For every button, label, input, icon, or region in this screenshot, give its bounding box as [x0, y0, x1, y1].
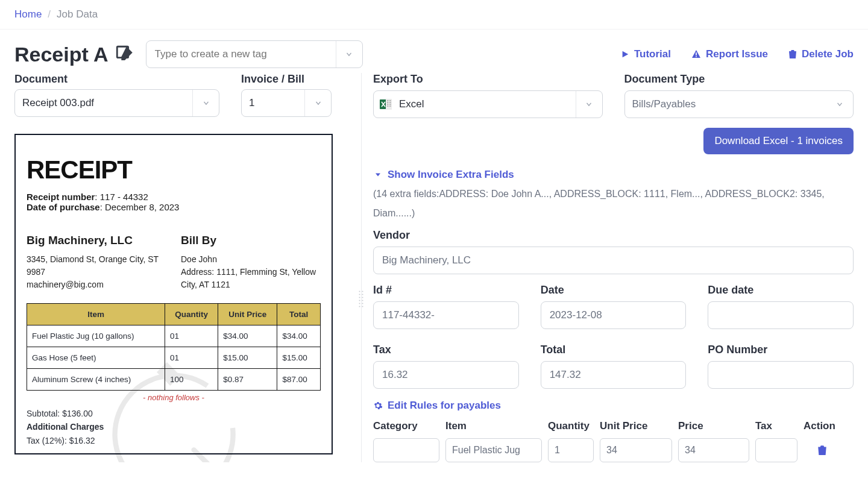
breadcrumb-current: Job Data: [57, 8, 98, 20]
id-label: Id #: [373, 284, 519, 297]
show-extra-fields-toggle[interactable]: Show Invoice Extra Fields: [373, 169, 514, 181]
document-type-label: Document Type: [624, 73, 854, 86]
splitter[interactable]: [356, 73, 366, 462]
vendor-label: Vendor: [373, 229, 854, 242]
svg-rect-12: [389, 105, 391, 107]
line-item-input[interactable]: Fuel Plastic Jug: [445, 438, 542, 462]
col-tax: Tax: [755, 420, 797, 432]
document-type-value: Bills/Payables: [625, 98, 827, 110]
export-to-label: Export To: [373, 73, 603, 86]
col-qty: Quantity: [548, 420, 594, 432]
table-row: Fuel Plastic Jug (10 gallons) 01 $34.00 …: [27, 325, 321, 347]
edit-title-icon[interactable]: [115, 44, 135, 64]
line-unitprice-input[interactable]: 34: [600, 438, 672, 462]
cell-unit: $34.00: [218, 325, 277, 347]
th-unit: Unit Price: [218, 304, 277, 325]
table-row: Gas Hose (5 feet) 01 $15.00 $15.00: [27, 347, 321, 369]
chevron-down-icon: [373, 170, 383, 180]
cell-item: Gas Hose (5 feet): [27, 347, 165, 369]
svg-rect-8: [389, 102, 391, 103]
cell-qty: 01: [165, 325, 218, 347]
total-input[interactable]: 147.32: [541, 361, 687, 389]
table-row: Aluminum Screw (4 inches) 100 $0.87 $87.…: [27, 369, 321, 391]
cell-item: Fuel Plastic Jug (10 gallons): [27, 325, 165, 347]
nothing-follows: - nothing follows -: [27, 393, 321, 402]
due-label: Due date: [708, 284, 854, 297]
export-to-value: Excel: [398, 98, 576, 110]
tutorial-label: Tutorial: [634, 48, 671, 60]
delete-job-button[interactable]: Delete Job: [788, 48, 854, 60]
col-unit-price: Unit Price: [600, 420, 672, 432]
breadcrumb-sep: /: [48, 8, 51, 20]
additional-charges-title: Additional Charges: [27, 420, 321, 433]
svg-rect-11: [387, 105, 389, 107]
tax-line: Tax (12%): $16.32: [27, 434, 321, 447]
cell-total: $34.00: [277, 325, 321, 347]
line-qty-input[interactable]: 1: [548, 438, 594, 462]
svg-rect-2: [696, 56, 697, 57]
vendor-block: Vendor Big Machinery, LLC: [373, 229, 854, 274]
edit-rules-link[interactable]: Edit Rules for payables: [373, 400, 854, 412]
id-input[interactable]: 117-44332-: [373, 301, 519, 329]
col-item: Item: [445, 420, 542, 432]
th-qty: Quantity: [165, 304, 218, 325]
export-to-select[interactable]: Excel: [373, 90, 603, 118]
report-issue-button[interactable]: Report Issue: [691, 48, 768, 60]
bill-by-address: Address: 1111, Flemming St, Yellow City,…: [181, 266, 321, 291]
chevron-down-icon[interactable]: [192, 90, 219, 116]
breadcrumb: Home / Job Data: [0, 0, 868, 30]
line-category-input[interactable]: [373, 438, 439, 462]
download-button[interactable]: Download Excel - 1 invoices: [703, 128, 854, 154]
cell-total: $15.00: [277, 347, 321, 369]
items-table: Item Quantity Unit Price Total Fuel Plas…: [27, 303, 321, 391]
cell-item: Aluminum Screw (4 inches): [27, 369, 165, 391]
chevron-down-icon[interactable]: [336, 41, 362, 68]
tutorial-button[interactable]: Tutorial: [621, 48, 671, 60]
toolbar-actions: Tutorial Report Issue Delete Job: [621, 48, 854, 60]
chevron-down-icon[interactable]: [576, 91, 602, 118]
due-input[interactable]: [708, 301, 854, 329]
receipt-number-label: Receipt number: [27, 192, 95, 202]
id-block: Id # 117-44332-: [373, 284, 519, 329]
vendor-input[interactable]: Big Machinery, LLC: [373, 247, 854, 274]
document-value: Receipt 003.pdf: [15, 97, 192, 109]
tax-label: Tax: [373, 344, 519, 356]
delete-job-label: Delete Job: [802, 48, 854, 60]
receipt-number-value: : 117 - 44332: [95, 192, 148, 202]
document-select[interactable]: Receipt 003.pdf: [14, 89, 219, 117]
cell-qty: 100: [165, 369, 218, 391]
receipt-heading: RECEIPT: [27, 156, 321, 192]
total-label: Total: [541, 344, 687, 356]
line-price-input[interactable]: 34: [678, 438, 749, 462]
line-tax-input[interactable]: [755, 438, 797, 462]
invoice-select[interactable]: 1: [241, 89, 332, 117]
po-label: PO Number: [708, 344, 854, 356]
date-input[interactable]: 2023-12-08: [541, 301, 687, 329]
subtotal-line: Subtotal: $136.00: [27, 407, 321, 420]
splitter-grip-icon: [359, 291, 363, 307]
export-to-group: Export To Excel: [373, 73, 603, 118]
cell-unit: $15.00: [218, 347, 277, 369]
document-label: Document: [14, 73, 219, 86]
tag-input-field[interactable]: [146, 48, 336, 60]
po-input[interactable]: [708, 361, 854, 389]
delete-line-button[interactable]: [804, 445, 841, 456]
bill-by-title: Bill By: [181, 234, 321, 247]
cell-total: $87.00: [277, 369, 321, 391]
tax-block: Tax 16.32: [373, 344, 519, 389]
svg-rect-6: [389, 100, 391, 101]
show-extra-fields-label: Show Invoice Extra Fields: [388, 169, 514, 181]
title-row: Receipt A Tutorial Report Issue: [14, 40, 854, 68]
gear-icon: [373, 401, 383, 410]
chevron-down-icon[interactable]: [826, 91, 853, 118]
document-type-select[interactable]: Bills/Payables: [624, 90, 854, 118]
page-title: Receipt A: [14, 43, 108, 66]
svg-rect-7: [387, 102, 389, 103]
edit-rules-label: Edit Rules for payables: [388, 400, 501, 412]
tax-input[interactable]: 16.32: [373, 361, 519, 389]
breadcrumb-home[interactable]: Home: [14, 8, 42, 20]
invoice-value: 1: [242, 97, 304, 109]
chevron-down-icon[interactable]: [304, 90, 331, 116]
tag-input[interactable]: [146, 40, 363, 68]
date-label: Date: [541, 284, 687, 297]
